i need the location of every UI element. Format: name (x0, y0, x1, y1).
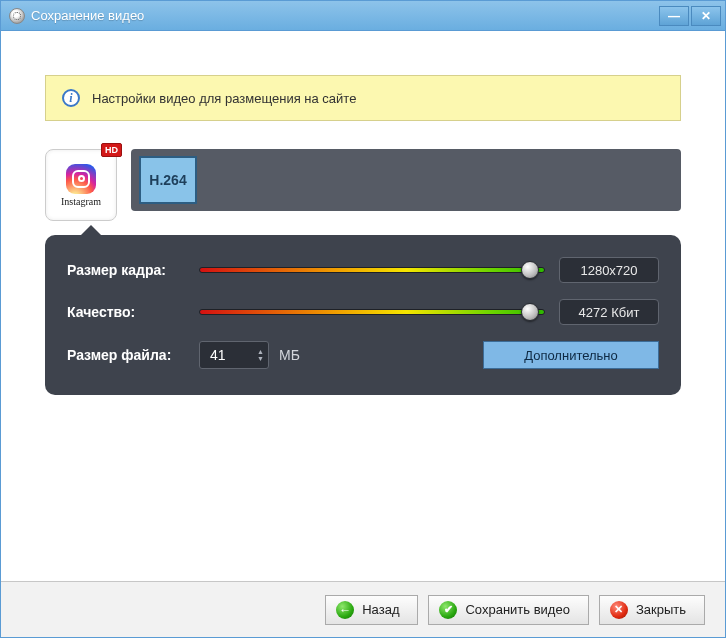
close-window-button[interactable]: ✕ (691, 6, 721, 26)
titlebar: Сохранение видео — ✕ (1, 1, 725, 31)
app-window: Сохранение видео — ✕ i Настройки видео д… (0, 0, 726, 638)
instagram-icon (66, 164, 96, 194)
footer: Назад Сохранить видео Закрыть (1, 581, 725, 637)
preset-instagram-tile[interactable]: HD Instagram (45, 149, 117, 221)
save-label: Сохранить видео (465, 602, 569, 617)
frame-size-slider[interactable] (199, 267, 545, 273)
chevron-down-icon[interactable]: ▼ (257, 355, 264, 362)
window-title: Сохранение видео (31, 8, 659, 23)
preset-label: Instagram (61, 196, 101, 207)
info-banner: i Настройки видео для размещения на сайт… (45, 75, 681, 121)
app-icon (9, 8, 25, 24)
back-button[interactable]: Назад (325, 595, 418, 625)
chevron-up-icon[interactable]: ▲ (257, 348, 264, 355)
check-icon (439, 601, 457, 619)
codec-label: H.264 (149, 172, 186, 188)
frame-size-row: Размер кадра: 1280x720 (67, 257, 659, 283)
quality-row: Качество: 4272 Кбит (67, 299, 659, 325)
save-button[interactable]: Сохранить видео (428, 595, 588, 625)
window-controls: — ✕ (659, 6, 721, 26)
close-icon (610, 601, 628, 619)
banner-text: Настройки видео для размещения на сайте (92, 91, 356, 106)
close-button[interactable]: Закрыть (599, 595, 705, 625)
advanced-label: Дополнительно (524, 348, 618, 363)
hd-badge: HD (101, 143, 122, 157)
file-size-spinner[interactable]: 41 ▲ ▼ (199, 341, 269, 369)
quality-value: 4272 Кбит (559, 299, 659, 325)
file-size-value: 41 (210, 347, 257, 363)
info-icon: i (62, 89, 80, 107)
content-area: i Настройки видео для размещения на сайт… (1, 31, 725, 581)
quality-label: Качество: (67, 304, 199, 320)
frame-size-thumb[interactable] (521, 261, 539, 279)
advanced-button[interactable]: Дополнительно (483, 341, 659, 369)
codec-chip[interactable]: H.264 (139, 156, 197, 204)
codec-bar: H.264 (131, 149, 681, 211)
quality-thumb[interactable] (521, 303, 539, 321)
frame-size-value: 1280x720 (559, 257, 659, 283)
quality-slider[interactable] (199, 309, 545, 315)
preset-row: HD Instagram H.264 (45, 149, 681, 221)
file-size-row: Размер файла: 41 ▲ ▼ МБ Дополнительно (67, 341, 659, 369)
frame-size-label: Размер кадра: (67, 262, 199, 278)
file-size-label: Размер файла: (67, 347, 199, 363)
minimize-button[interactable]: — (659, 6, 689, 26)
settings-panel: Размер кадра: 1280x720 Качество: 4272 Кб… (45, 235, 681, 395)
back-label: Назад (362, 602, 399, 617)
arrow-left-icon (336, 601, 354, 619)
spinner-arrows[interactable]: ▲ ▼ (257, 348, 264, 362)
close-label: Закрыть (636, 602, 686, 617)
file-size-unit: МБ (279, 347, 300, 363)
